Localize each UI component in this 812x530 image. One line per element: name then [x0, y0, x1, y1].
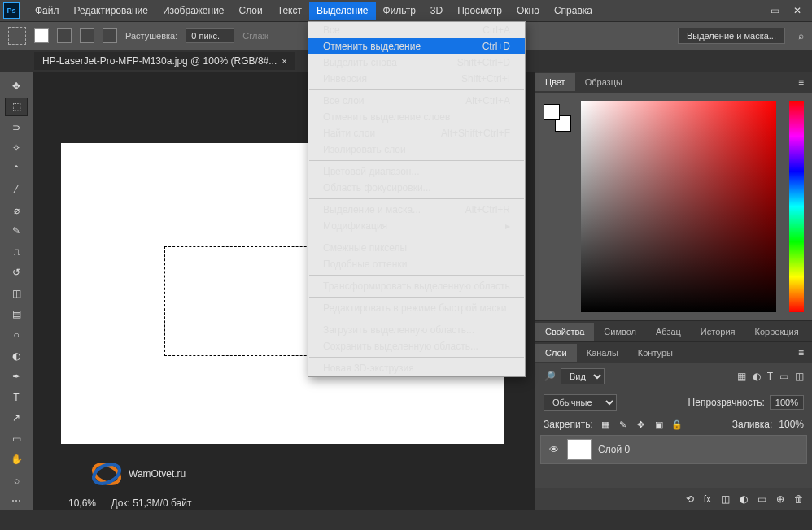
fg-bg-swatch[interactable]: [544, 104, 571, 132]
selection-intersect-icon[interactable]: [103, 28, 117, 43]
color-field[interactable]: [581, 101, 776, 312]
menu-справка[interactable]: Справка: [547, 2, 600, 20]
select-and-mask-button[interactable]: Выделение и маска...: [678, 28, 785, 44]
tab-paths[interactable]: Контуры: [628, 344, 683, 362]
dodge-tool[interactable]: ◐: [5, 346, 28, 366]
menu-изображение[interactable]: Изображение: [155, 2, 232, 20]
stamp-tool[interactable]: ⎍: [5, 242, 28, 262]
selection-sub-icon[interactable]: [80, 28, 94, 43]
menu-просмотр[interactable]: Просмотр: [450, 2, 509, 20]
layer-action-icon[interactable]: fx: [704, 493, 711, 505]
gradient-tool[interactable]: ▤: [5, 305, 28, 324]
panel-menu-icon[interactable]: ≡: [809, 322, 812, 341]
selection-add-icon[interactable]: [57, 28, 72, 43]
crop-tool[interactable]: ⌃: [5, 159, 28, 179]
fg-color-swatch[interactable]: [544, 104, 560, 120]
history-tool[interactable]: ↺: [5, 263, 28, 283]
tab-color[interactable]: Цвет: [535, 73, 575, 91]
marquee-tool[interactable]: ⬚: [5, 98, 28, 117]
selection-menu-dropdown[interactable]: ВсеCtrl+AОтменить выделениеCtrl+DВыделит…: [308, 21, 526, 377]
tab-channels[interactable]: Каналы: [577, 344, 628, 362]
zoom-display[interactable]: 10,6%: [68, 497, 96, 509]
layer-action-icon[interactable]: 🗑: [794, 493, 804, 505]
menu-3d[interactable]: 3D: [423, 2, 450, 20]
panel-menu-icon[interactable]: ≡: [790, 72, 812, 92]
tab-символ[interactable]: Символ: [594, 323, 646, 341]
marquee-tool-icon[interactable]: [8, 27, 26, 45]
fill-input[interactable]: 100%: [779, 419, 804, 430]
brush-tool[interactable]: ✎: [5, 222, 28, 241]
menu-item[interactable]: Загрузить выделенную область...: [308, 322, 525, 338]
lock-position-icon[interactable]: ✥: [635, 419, 647, 430]
menu-item[interactable]: Выделение и маска...Alt+Ctrl+R: [308, 202, 525, 218]
menu-item[interactable]: Сохранить выделенную область...: [308, 338, 525, 354]
menu-item[interactable]: Цветовой диапазон...: [308, 163, 525, 180]
zoom-tool[interactable]: ⌕: [5, 471, 28, 490]
blur-tool[interactable]: ○: [5, 325, 28, 345]
menu-item[interactable]: Отменить выделениеCtrl+D: [308, 38, 525, 54]
lock-all-icon[interactable]: 🔒: [671, 419, 683, 430]
document-tab[interactable]: HP-LaserJet-Pro-MFP-M130a.jpg @ 100% (RG…: [34, 52, 295, 70]
menu-item[interactable]: Область фокусировки...: [308, 180, 525, 196]
menu-выделение[interactable]: Выделение: [309, 2, 376, 20]
menu-item[interactable]: Модификация▸: [308, 218, 525, 234]
menu-item[interactable]: Подобные оттенки: [308, 256, 525, 272]
blend-mode-select[interactable]: Обычные: [544, 394, 617, 411]
tab-коррекция[interactable]: Коррекция: [745, 323, 809, 341]
menu-фильтр[interactable]: Фильтр: [376, 2, 423, 20]
filter-adjust-icon[interactable]: ◐: [753, 371, 761, 382]
menu-item[interactable]: Изолировать слои: [308, 141, 525, 158]
selection-marquee[interactable]: [164, 246, 331, 356]
minimize-button[interactable]: —: [740, 2, 763, 20]
tab-swatches[interactable]: Образцы: [575, 73, 632, 91]
menu-файл[interactable]: Файл: [28, 2, 67, 20]
menu-item[interactable]: Смежные пикселы: [308, 240, 525, 256]
tab-свойства[interactable]: Свойства: [535, 323, 594, 341]
panel-menu-icon[interactable]: ≡: [790, 343, 812, 363]
visibility-icon[interactable]: 👁: [548, 444, 561, 455]
lock-pixels-icon[interactable]: ▦: [600, 419, 611, 430]
tab-история[interactable]: История: [691, 323, 745, 341]
tab-абзац[interactable]: Абзац: [646, 323, 691, 341]
hue-strip[interactable]: [789, 101, 804, 312]
type-tool[interactable]: T: [5, 388, 28, 407]
move-tool[interactable]: ✥: [5, 76, 28, 96]
filter-shape-icon[interactable]: ▭: [779, 371, 788, 382]
eraser-tool[interactable]: ◫: [5, 284, 28, 303]
close-tab-icon[interactable]: ×: [282, 56, 286, 66]
filter-pixel-icon[interactable]: ▦: [737, 371, 746, 382]
layer-row[interactable]: 👁 Слой 0: [540, 435, 807, 464]
maximize-button[interactable]: ▭: [763, 2, 786, 20]
menu-редактирование[interactable]: Редактирование: [67, 2, 155, 20]
opacity-input[interactable]: 100%: [770, 395, 804, 410]
tab-layers[interactable]: Слои: [535, 344, 577, 362]
hand-tool[interactable]: ✋: [5, 450, 28, 469]
menu-item[interactable]: Редактировать в режиме быстрой маски: [308, 300, 525, 316]
layer-action-icon[interactable]: ⊕: [776, 493, 784, 505]
rect-tool[interactable]: ▭: [5, 429, 28, 449]
menu-item[interactable]: ИнверсияShift+Ctrl+I: [308, 71, 525, 87]
wand-tool[interactable]: ✧: [5, 139, 28, 159]
layer-filter-kind[interactable]: Вид: [561, 368, 605, 384]
layer-action-icon[interactable]: ◐: [740, 493, 748, 505]
menu-item[interactable]: Отменить выделение слоев: [308, 109, 525, 125]
layer-name[interactable]: Слой 0: [598, 444, 630, 455]
lasso-tool[interactable]: ⊃: [5, 118, 28, 137]
menu-item[interactable]: Все слоиAlt+Ctrl+A: [308, 93, 525, 109]
patch-tool[interactable]: ⌀: [5, 201, 28, 220]
menu-текст[interactable]: Текст: [270, 2, 309, 20]
ellipsis-tool[interactable]: ⋯: [5, 491, 28, 510]
path-tool[interactable]: ↗: [5, 408, 28, 428]
layer-action-icon[interactable]: ◫: [721, 493, 730, 505]
menu-item[interactable]: Трансформировать выделенную область: [308, 278, 525, 294]
search-icon[interactable]: ⌕: [798, 30, 804, 41]
filter-type-icon[interactable]: T: [767, 371, 773, 382]
menu-item[interactable]: ВсеCtrl+A: [308, 22, 525, 38]
menu-item[interactable]: Найти слоиAlt+Shift+Ctrl+F: [308, 125, 525, 141]
lock-brush-icon[interactable]: ✎: [618, 419, 629, 430]
close-button[interactable]: ✕: [786, 2, 809, 20]
layer-action-icon[interactable]: ⟲: [686, 493, 694, 505]
feather-input[interactable]: 0 пикс.: [186, 28, 234, 43]
menu-окно[interactable]: Окно: [509, 2, 547, 20]
lock-artboard-icon[interactable]: ▣: [653, 419, 665, 430]
